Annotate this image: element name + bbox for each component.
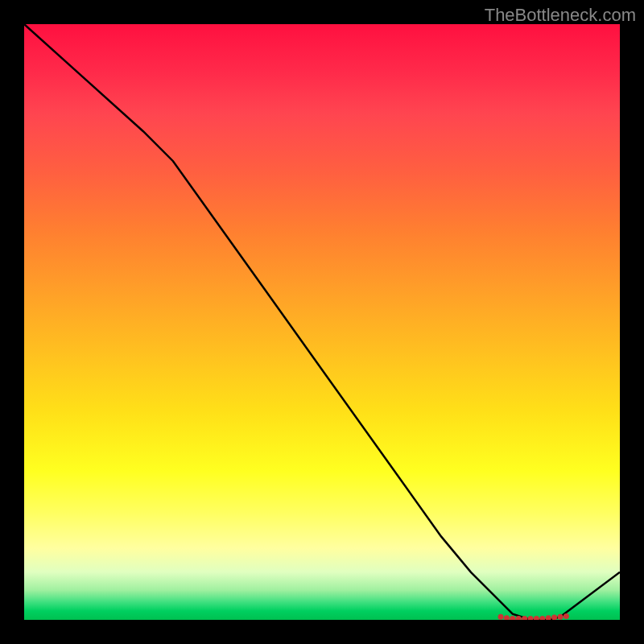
marker-dot: [564, 613, 569, 619]
chart-container: TheBottleneck.com: [0, 0, 644, 644]
marker-dot: [504, 615, 510, 620]
line-series: [24, 24, 620, 620]
marker-dot: [558, 614, 564, 620]
marker-dot: [498, 614, 504, 620]
chart-svg: [24, 24, 620, 620]
marker-dot: [551, 615, 557, 620]
watermark-text: TheBottleneck.com: [485, 5, 636, 26]
marker-dot: [539, 616, 545, 620]
marker-dot: [528, 616, 534, 620]
marker-dot: [534, 616, 539, 620]
marker-dot: [546, 615, 551, 620]
curve-line: [24, 24, 620, 620]
marker-dot: [510, 616, 515, 620]
